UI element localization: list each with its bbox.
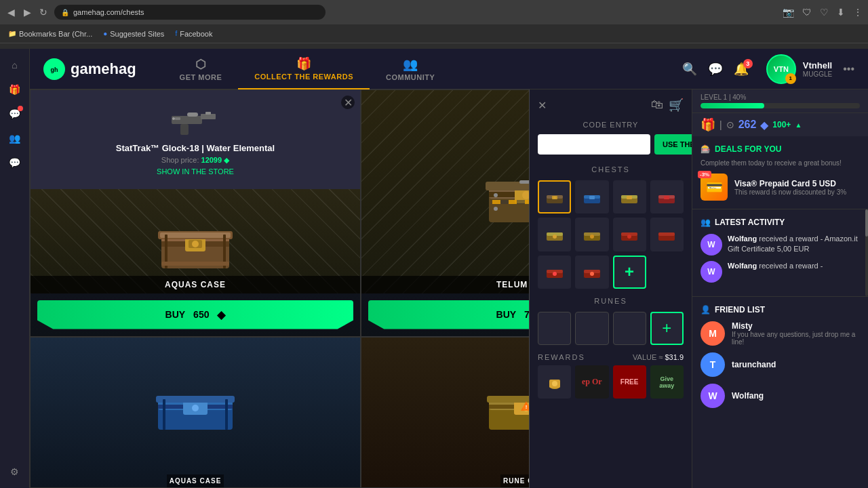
rune-slot-add[interactable]: + xyxy=(650,312,684,345)
deal-desc: This reward is now discounted by 3% xyxy=(734,188,846,196)
nav-get-more[interactable]: ⬡ GET MORE xyxy=(163,49,239,89)
close-card-1-btn[interactable]: ✕ xyxy=(341,96,355,109)
facebook-icon: f xyxy=(175,30,177,37)
notification-btn[interactable]: 🔔 3 xyxy=(734,62,749,77)
nav-collect-rewards[interactable]: 🎁 COLLECT THE REWARDS xyxy=(238,49,370,89)
nav-right: 🔍 💬 🔔 3 VTN 1 Vtnhell MUGGLE ••• xyxy=(682,54,854,84)
lock-icon: 🔒 xyxy=(61,9,69,16)
item-name: StatTrak™ Glock-18 | Water Elemental xyxy=(116,143,275,153)
folder-icon: 📁 xyxy=(8,30,16,37)
friends-section: 👤 FRIEND LIST M Misty If you have any qu… xyxy=(692,297,868,423)
show-store-link[interactable]: SHOW IN THE STORE xyxy=(157,167,234,176)
currency-amount: 262 xyxy=(738,119,757,131)
nav-collect-icon: 🎁 xyxy=(296,56,312,71)
svg-rect-31 xyxy=(492,200,500,204)
svg-point-6 xyxy=(172,117,175,120)
user-avatar[interactable]: VTN 1 xyxy=(766,54,796,84)
sidebar-messenger-icon[interactable]: 💬 xyxy=(4,152,26,174)
nav-items: ⬡ GET MORE 🎁 COLLECT THE REWARDS 👥 COMMU… xyxy=(163,49,682,89)
svg-rect-19 xyxy=(161,262,229,266)
svg-rect-75 xyxy=(658,232,675,236)
logo-icon: gh xyxy=(43,58,65,80)
friend-avatar-2: T xyxy=(701,352,725,377)
more-options-btn[interactable]: ••• xyxy=(843,63,854,75)
shield-icon[interactable]: 🛡 xyxy=(802,7,812,18)
chest-slot-8[interactable] xyxy=(650,218,684,251)
app-container: ⌂ 🎁 💬 👥 💬 ⚙ gh gamehag ⬡ G xyxy=(0,49,868,488)
activity-user-1: Wolfang xyxy=(728,235,757,243)
chat-btn[interactable]: 💬 xyxy=(708,62,723,77)
forward-btn[interactable]: ▶ xyxy=(22,7,33,18)
svg-point-55 xyxy=(553,196,556,199)
chest-slot-1[interactable] xyxy=(538,180,571,214)
activity-scrollbar[interactable] xyxy=(865,209,868,296)
buy-price-1: 650 xyxy=(193,309,209,320)
screenshot-icon[interactable]: 📷 xyxy=(783,7,794,18)
item-preview: ✕ xyxy=(31,90,360,189)
bookmark-suggested[interactable]: ● Suggested Sites xyxy=(103,30,164,38)
buy-btn-1[interactable]: BUY 650 ◆ xyxy=(37,300,353,329)
sidebar-social-icon[interactable]: 👥 xyxy=(4,127,26,149)
svg-rect-3 xyxy=(201,114,216,119)
reward-slot-1 xyxy=(538,365,571,399)
menu-icon[interactable]: ⋮ xyxy=(853,7,863,18)
up-arrow: ▲ xyxy=(795,121,802,129)
use-code-btn[interactable]: USE THE CODE xyxy=(654,134,692,155)
cart-icon-btn[interactable]: 🛒 xyxy=(669,98,684,113)
svg-rect-4 xyxy=(180,124,189,135)
activity-avatar-1: W xyxy=(701,234,722,256)
user-area: VTN 1 Vtnhell MUGGLE xyxy=(766,54,832,84)
friend-item-1[interactable]: M Misty If you have any questions, just … xyxy=(701,321,860,346)
heart-icon[interactable]: ♡ xyxy=(820,7,829,18)
shield-icon-2: ⊙ xyxy=(726,119,734,130)
chest-slot-10[interactable] xyxy=(575,256,608,289)
chest-slot-2[interactable] xyxy=(575,180,608,214)
friend-info-1: Misty If you have any questions, just dr… xyxy=(732,321,860,346)
rune-slot-1 xyxy=(538,312,571,345)
nav-get-more-icon: ⬡ xyxy=(195,57,207,72)
sidebar-notification-icon[interactable]: 💬 xyxy=(4,103,26,125)
activity-section: 👥 LATEST ACTIVITY W Wolfang received a r… xyxy=(692,209,868,297)
notif-badge: 3 xyxy=(743,59,753,68)
svg-rect-5 xyxy=(175,117,180,120)
nav-community-label: COMMUNITY xyxy=(386,73,435,81)
reward-slot-3: FREE xyxy=(613,365,646,399)
svg-rect-7 xyxy=(205,112,211,115)
deals-header-text: DEALS FOR YOU xyxy=(715,144,781,154)
sidebar-settings-icon[interactable]: ⚙ xyxy=(4,461,26,483)
deal-item[interactable]: 💳 -3% Visa® Prepaid Card 5 USD This rewa… xyxy=(701,174,860,201)
friend-avatar-3: W xyxy=(701,384,725,408)
chest-slot-5[interactable] xyxy=(538,218,571,251)
friend-name-1: Misty xyxy=(732,321,860,331)
chest-slot-4[interactable] xyxy=(650,180,684,214)
sidebar-home-icon[interactable]: ⌂ xyxy=(4,54,26,76)
item-image xyxy=(168,104,222,138)
chest-image-area-3 xyxy=(141,338,250,475)
back-btn[interactable]: ◀ xyxy=(5,7,16,18)
chest-slot-6[interactable] xyxy=(575,218,608,251)
chest-svg-1 xyxy=(155,211,236,272)
level-section: LEVEL 1 | 40% xyxy=(692,89,868,113)
chest-label-1: AQUAS CASE xyxy=(31,276,360,293)
chest-slot-add[interactable]: + xyxy=(613,256,646,289)
nav-community[interactable]: 👥 COMMUNITY xyxy=(370,49,451,89)
download-icon[interactable]: ⬇ xyxy=(837,7,845,18)
scroll-thumb xyxy=(865,209,868,237)
panel-close-btn[interactable]: ✕ xyxy=(538,99,547,112)
chest-slot-3[interactable] xyxy=(613,180,646,214)
code-input[interactable] xyxy=(538,134,650,155)
bookmark-facebook[interactable]: f Facebook xyxy=(175,30,212,38)
search-btn[interactable]: 🔍 xyxy=(682,62,697,77)
refresh-btn[interactable]: ↻ xyxy=(38,7,49,18)
friend-item-3[interactable]: W Wolfang xyxy=(701,384,860,408)
bag-icon-btn[interactable]: 🛍 xyxy=(651,98,663,113)
sidebar-chest-icon[interactable]: 🎁 xyxy=(4,79,26,100)
address-bar[interactable]: 🔒 gamehag.com/chests xyxy=(54,5,326,20)
deal-image: 💳 -3% xyxy=(701,174,728,201)
chest-slot-7[interactable] xyxy=(613,218,646,251)
code-entry-row: USE THE CODE xyxy=(538,134,684,155)
deals-subtext: Complete them today to receive a great b… xyxy=(701,159,860,167)
chest-slot-9[interactable] xyxy=(538,256,571,289)
bookmark-folder[interactable]: 📁 Bookmarks Bar (Chr... xyxy=(8,30,92,38)
friend-item-2[interactable]: T tarunchand xyxy=(701,352,860,377)
